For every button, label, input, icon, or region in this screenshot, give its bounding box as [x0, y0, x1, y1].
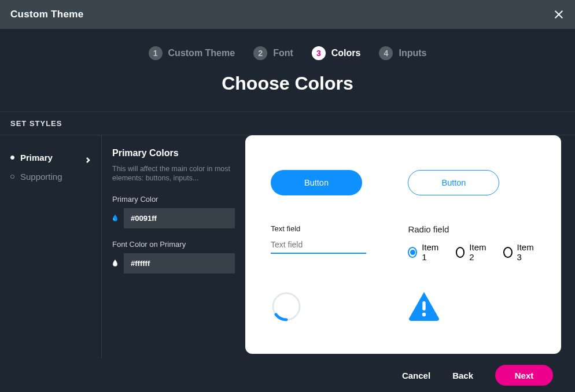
- svg-rect-3: [423, 301, 426, 310]
- titlebar: Custom Theme: [0, 0, 575, 29]
- custom-theme-dialog: Custom Theme 1 Custom Theme 2 Font 3 Col…: [0, 0, 575, 392]
- controls-title: Primary Colors: [112, 148, 235, 158]
- svg-point-4: [422, 313, 426, 316]
- preview-button-filled-wrap: Button: [271, 170, 385, 195]
- preview-radio-group: Radio field Item 1 Item 2 Item 3: [408, 224, 536, 262]
- page-title: Choose Colors: [0, 71, 575, 112]
- textfield-label: Text field: [271, 224, 385, 233]
- bullet-icon: [10, 156, 14, 160]
- styles-sidebar: Primary Supporting: [0, 135, 102, 358]
- step-number: 3: [312, 46, 326, 60]
- cancel-button[interactable]: Cancel: [402, 371, 430, 380]
- preview-panel: Button Button Text field Radio field Ite…: [245, 135, 561, 354]
- spinner-icon: [271, 291, 302, 322]
- radio-group-label: Radio field: [408, 224, 536, 234]
- radio-icon: [456, 247, 465, 258]
- preview-textfield: Text field: [271, 224, 385, 262]
- bullet-icon: [10, 175, 14, 179]
- primary-color-label: Primary Color: [112, 195, 235, 204]
- step-colors[interactable]: 3 Colors: [312, 46, 361, 60]
- controls-description: This will affect the main color in most …: [112, 164, 235, 183]
- radio-item-3[interactable]: Item 3: [503, 242, 536, 262]
- preview-warning: [408, 291, 536, 324]
- preview-button-filled[interactable]: Button: [271, 170, 362, 195]
- step-label: Inputs: [399, 48, 426, 58]
- step-custom-theme[interactable]: 1 Custom Theme: [149, 46, 235, 60]
- sidebar-item-supporting[interactable]: Supporting: [8, 167, 93, 186]
- back-button[interactable]: Back: [452, 371, 473, 380]
- step-number: 4: [379, 46, 393, 60]
- radio-item-2[interactable]: Item 2: [456, 242, 488, 262]
- radio-item-1[interactable]: Item 1: [408, 242, 440, 262]
- primary-color-input[interactable]: [124, 208, 235, 228]
- radio-item-label: Item 1: [422, 242, 441, 262]
- next-button[interactable]: Next: [495, 365, 553, 386]
- warning-icon: [408, 291, 440, 321]
- section-header: SET STYLES: [0, 112, 575, 135]
- textfield-input[interactable]: [271, 238, 366, 254]
- sidebar-item-label: Supporting: [20, 172, 62, 182]
- step-label: Colors: [331, 48, 361, 58]
- radio-icon: [408, 247, 417, 258]
- preview-button-outline-wrap: Button: [408, 170, 536, 195]
- font-color-label: Font Color on Primary: [112, 240, 235, 249]
- step-font[interactable]: 2 Font: [253, 46, 293, 60]
- step-number: 1: [149, 46, 163, 60]
- droplet-icon: [112, 256, 118, 270]
- dialog-footer: Cancel Back Next: [0, 358, 575, 392]
- close-icon: [554, 9, 564, 20]
- sidebar-item-primary[interactable]: Primary: [8, 148, 93, 167]
- sidebar-item-label: Primary: [20, 153, 53, 162]
- preview-spinner: [271, 291, 385, 324]
- step-label: Custom Theme: [168, 48, 235, 58]
- radio-item-label: Item 3: [517, 242, 536, 262]
- close-button[interactable]: [553, 9, 565, 20]
- body: Primary Supporting Primary Colors This w…: [0, 135, 575, 358]
- step-number: 2: [253, 46, 267, 60]
- chevron-right-icon: [85, 155, 91, 161]
- color-controls: Primary Colors This will affect the main…: [102, 135, 245, 358]
- step-inputs[interactable]: 4 Inputs: [379, 46, 426, 60]
- droplet-icon: [112, 211, 118, 225]
- radio-item-label: Item 2: [469, 242, 488, 262]
- radio-icon: [503, 247, 513, 258]
- step-label: Font: [273, 48, 293, 58]
- dialog-title: Custom Theme: [10, 9, 83, 20]
- wizard-stepper: 1 Custom Theme 2 Font 3 Colors 4 Inputs: [0, 29, 575, 71]
- preview-button-outline[interactable]: Button: [408, 170, 499, 195]
- preview-panel-wrap: Button Button Text field Radio field Ite…: [245, 135, 575, 358]
- font-color-input[interactable]: [124, 253, 235, 273]
